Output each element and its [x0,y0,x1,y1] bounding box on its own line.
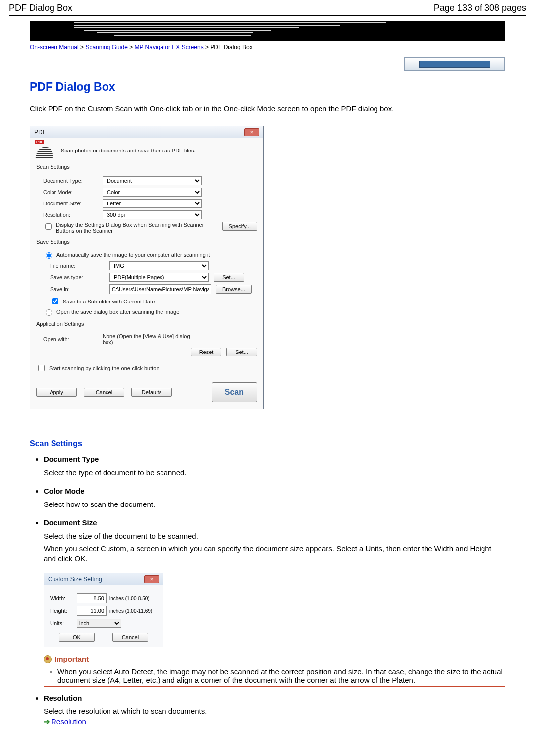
width-input[interactable] [77,593,107,603]
file-name-label: File name: [50,263,109,269]
cancel-button-small[interactable]: Cancel [112,633,148,642]
breadcrumb-sep: > [80,44,85,50]
start-scan-checkbox[interactable] [38,365,45,371]
doc-size-body-2: When you select Custom, a screen in whic… [44,543,505,564]
group-sep [36,375,257,375]
list-item: Resolution Select the resolution at whic… [44,694,505,726]
breadcrumb-link-guide[interactable]: Scanning Guide [85,44,127,50]
group-sep [36,329,257,329]
auto-save-radio[interactable] [46,252,52,259]
display-settings-label: Display the Settings Dialog Box when Sca… [56,222,219,234]
banner-lines [74,21,386,41]
pdf-icon-label: PDF [35,140,44,144]
group-sep [36,247,257,247]
save-as-label: Save as type: [50,274,109,280]
doc-size-select[interactable]: Letter [103,199,202,208]
doc-size-title: Document Size [44,518,505,527]
pdf-dialog: PDF ✕ PDF Scan photos or documents and s… [30,126,264,409]
important-note-item: When you select Auto Detect, the image m… [57,667,505,684]
save-in-label: Save in: [50,286,109,292]
file-name-select[interactable]: IMG [109,261,209,270]
height-hint: inches (1.00-11.69) [109,608,152,614]
page-header-left: PDF Dialog Box [9,3,72,13]
list-item: Color Mode Select how to scan the docume… [44,487,505,509]
doc-type-title: Document Type [44,455,505,463]
auto-save-label: Automatically save the image to your com… [56,252,210,258]
header-rule [9,15,526,16]
important-rule [44,686,505,687]
color-mode-title: Color Mode [44,487,505,495]
pdf-icon: PDF [36,143,55,158]
subfolder-label: Save to a Subfolder with Current Date [63,299,155,304]
save-in-input[interactable] [109,284,211,294]
resolution-select[interactable]: 300 dpi [103,210,202,219]
cancel-button[interactable]: Cancel [84,388,124,397]
save-as-select[interactable]: PDF(Multiple Pages) [109,273,209,282]
start-scan-label: Start scanning by clicking the one-click… [49,365,160,371]
doc-type-select[interactable]: Document [103,176,202,185]
doc-size-label: Document Size: [43,201,103,206]
open-save-radio[interactable] [46,309,52,316]
set-button-2[interactable]: Set... [226,348,257,356]
close-icon[interactable]: ✕ [244,128,259,136]
decor-bar-icon [404,57,505,71]
color-mode-label: Color Mode: [43,189,103,195]
app-settings-label: Application Settings [36,321,257,327]
doc-size-body-1: Select the size of the document to be sc… [44,531,505,541]
close-icon[interactable]: ✕ [144,575,159,583]
set-button[interactable]: Set... [214,273,244,282]
intro-text: Click PDF on the Custom Scan with One-cl… [30,103,505,114]
list-item: Document Size Select the size of the doc… [44,518,505,687]
banner [30,21,505,41]
resolution-body: Select the resolution at which to scan d… [44,706,505,716]
doc-type-label: Document Type: [43,178,103,184]
ok-button[interactable]: OK [59,633,95,642]
height-label: Height: [50,608,74,614]
save-settings-label: Save Settings [36,239,257,245]
breadcrumb-link-manual[interactable]: On-screen Manual [30,44,79,50]
defaults-button[interactable]: Defaults [131,388,172,397]
list-item: Document Type Select the type of documen… [44,455,505,478]
important-heading: Important [44,655,505,663]
dialog-desc: Scan photos or documents and save them a… [61,148,195,153]
resolution-label: Resolution: [43,212,103,218]
custom-size-title: Custom Size Setting [48,576,102,583]
browse-button[interactable]: Browse... [216,285,252,294]
warning-icon [44,655,52,663]
height-input[interactable] [77,606,107,616]
scan-settings-label: Scan Settings [36,164,257,170]
open-save-label: Open the save dialog box after scanning … [56,309,179,315]
width-label: Width: [50,595,74,601]
arrow-icon: ➔ [44,717,50,726]
scan-settings-heading: Scan Settings [30,439,505,448]
color-mode-select[interactable]: Color [103,188,202,197]
doc-type-body: Select the type of document to be scanne… [44,467,505,478]
page-header-right: Page 133 of 308 pages [434,3,526,13]
resolution-link[interactable]: Resolution [51,717,86,726]
page-title: PDF Dialog Box [30,80,505,94]
custom-size-dialog: Custom Size Setting ✕ Width: inches (1.0… [44,573,163,647]
reset-button[interactable]: Reset [191,348,221,356]
display-settings-checkbox[interactable] [45,223,52,230]
resolution-title: Resolution [44,694,505,702]
breadcrumb-sep: > [205,44,210,50]
open-with-label: Open with: [43,336,103,342]
width-hint: inches (1.00-8.50) [109,596,150,601]
breadcrumb: On-screen Manual > Scanning Guide > MP N… [30,41,505,57]
open-with-value: None (Open the [View & Use] dialog box) [103,333,202,345]
specify-button[interactable]: Specify... [222,222,257,231]
apply-button[interactable]: Apply [36,388,77,397]
group-sep [36,172,257,172]
breadcrumb-link-screens[interactable]: MP Navigator EX Screens [135,44,204,50]
scan-button[interactable]: Scan [212,382,257,402]
color-mode-body: Select how to scan the document. [44,499,505,509]
units-select[interactable]: inch [77,619,121,628]
breadcrumb-current: PDF Dialog Box [210,44,252,50]
subfolder-checkbox[interactable] [52,298,58,304]
units-label: Units: [50,620,74,626]
important-title: Important [54,655,89,663]
breadcrumb-sep: > [129,44,134,50]
group-sep [36,359,257,359]
dialog-title-text: PDF [34,129,46,136]
